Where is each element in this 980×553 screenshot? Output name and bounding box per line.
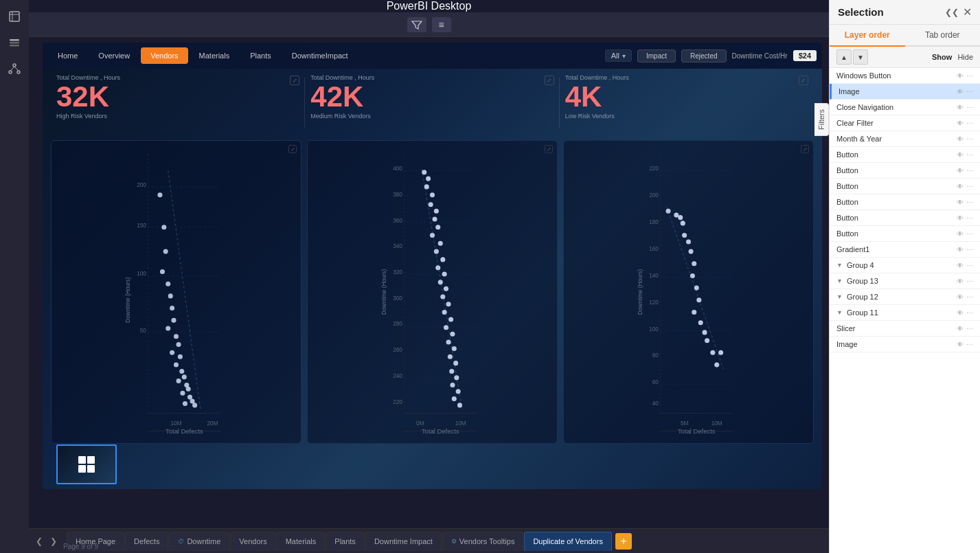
visibility-icon[interactable]: 👁	[957, 309, 964, 317]
layer-item-button-4[interactable]: Button 👁 ⋯	[830, 194, 980, 210]
group11-expand-icon[interactable]: ▼	[836, 309, 843, 316]
chart-expand-icon-2[interactable]: ⤢	[801, 145, 809, 153]
visibility-icon[interactable]: 👁	[957, 135, 964, 143]
more-icon[interactable]: ⋯	[966, 88, 973, 95]
layer-item-windows-button[interactable]: Windows Button 👁 ⋯	[830, 68, 980, 84]
group4-expand-icon[interactable]: ▼	[836, 262, 843, 269]
filter-rejected-btn[interactable]: Rejected	[681, 49, 726, 63]
layer-item-group11[interactable]: ▼ Group 11 👁 ⋯	[830, 305, 980, 321]
page-tab-vendors-tooltips[interactable]: ⚙ Vendors Tooltips	[442, 532, 524, 551]
nav-home[interactable]: Home	[48, 47, 87, 64]
filters-tab[interactable]: Filters	[814, 103, 829, 136]
page-tab-defects[interactable]: Defects	[125, 532, 168, 551]
more-icon[interactable]: ⋯	[966, 72, 973, 80]
more-icon[interactable]: ⋯	[966, 151, 973, 159]
report-view-icon[interactable]	[3, 5, 25, 27]
filter-toolbar-icon[interactable]	[407, 17, 426, 32]
layer-item-group13[interactable]: ▼ Group 13 👁 ⋯	[830, 273, 980, 289]
chart-expand-icon-1[interactable]: ⤢	[545, 145, 553, 153]
more-icon[interactable]: ⋯	[966, 278, 973, 285]
visibility-icon[interactable]: 👁	[957, 246, 964, 253]
visibility-icon[interactable]: 👁	[957, 88, 964, 95]
page-tab-vendors[interactable]: Vendors	[230, 532, 275, 551]
filter-dropdown[interactable]: All ▾	[605, 49, 632, 62]
more-icon[interactable]: ⋯	[966, 325, 973, 332]
visibility-icon[interactable]: 👁	[957, 104, 964, 111]
more-icon[interactable]: ⋯	[966, 120, 973, 127]
hide-all-button[interactable]: Hide	[957, 53, 973, 61]
nav-overview[interactable]: Overview	[89, 47, 139, 64]
layer-item-month-year[interactable]: Month & Year 👁 ⋯	[830, 131, 980, 147]
tab-layer-order[interactable]: Layer order	[830, 25, 905, 47]
more-icon[interactable]: ⋯	[966, 309, 973, 317]
model-view-icon[interactable]	[3, 58, 25, 80]
panel-collapse-icon[interactable]: ❮❮	[945, 8, 959, 17]
chart-expand-icon-0[interactable]: ⤢	[288, 145, 297, 153]
more-icon[interactable]: ⋯	[966, 167, 973, 174]
more-icon[interactable]: ⋯	[966, 230, 973, 238]
layer-item-image-selected[interactable]: Image 👁 ⋯	[830, 84, 980, 100]
metric-expand-icon-2[interactable]: ⤢	[799, 76, 808, 85]
more-icon[interactable]: ⋯	[966, 341, 973, 348]
layer-item-button-3[interactable]: Button 👁 ⋯	[830, 179, 980, 194]
page-tab-plants[interactable]: Plants	[326, 532, 365, 551]
layer-item-group12[interactable]: ▼ Group 12 👁 ⋯	[830, 289, 980, 305]
visibility-icon[interactable]: 👁	[957, 230, 964, 238]
visibility-icon[interactable]: 👁	[957, 72, 964, 80]
nav-vendors[interactable]: Vendors	[141, 47, 187, 64]
layer-item-button-1[interactable]: Button 👁 ⋯	[830, 147, 980, 163]
more-icon[interactable]: ⋯	[966, 246, 973, 253]
more-icon[interactable]: ⋯	[966, 183, 973, 190]
visibility-icon[interactable]: 👁	[957, 167, 964, 174]
visibility-icon[interactable]: 👁	[957, 199, 964, 206]
more-icon[interactable]: ⋯	[966, 135, 973, 143]
layer-item-clear-filter[interactable]: Clear Filter 👁 ⋯	[830, 115, 980, 131]
visibility-icon[interactable]: 👁	[957, 214, 964, 222]
thumbnail-container[interactable]	[56, 444, 118, 486]
group12-expand-icon[interactable]: ▼	[836, 293, 843, 300]
layer-item-button-6[interactable]: Button 👁 ⋯	[830, 226, 980, 242]
visibility-icon[interactable]: 👁	[957, 278, 964, 285]
visibility-icon[interactable]: 👁	[957, 151, 964, 159]
layer-item-button-2[interactable]: Button 👁 ⋯	[830, 163, 980, 179]
layer-item-button-5[interactable]: Button 👁 ⋯	[830, 210, 980, 226]
nav-plants[interactable]: Plants	[240, 47, 281, 64]
more-icon[interactable]: ⋯	[966, 199, 973, 206]
layer-move-up-button[interactable]: ▲	[836, 49, 852, 65]
visibility-icon[interactable]: 👁	[957, 341, 964, 348]
metric-expand-icon[interactable]: ⤢	[290, 76, 299, 85]
nav-downtime-impact[interactable]: DowntimeImpact	[282, 47, 358, 64]
page-next-btn[interactable]: ❯	[47, 535, 60, 548]
visibility-icon[interactable]: 👁	[957, 262, 964, 269]
add-page-button[interactable]: +	[615, 533, 632, 550]
page-thumbnail[interactable]	[56, 444, 117, 484]
layer-item-close-navigation[interactable]: Close Navigation 👁 ⋯	[830, 100, 980, 115]
more-icon[interactable]: ⋯	[966, 293, 973, 301]
show-all-button[interactable]: Show	[932, 53, 952, 61]
tab-tab-order[interactable]: Tab order	[905, 25, 981, 47]
more-icon[interactable]: ⋯	[966, 104, 973, 111]
page-tab-materials[interactable]: Materials	[277, 532, 326, 551]
metric-expand-icon-1[interactable]: ⤢	[545, 76, 554, 85]
visibility-icon[interactable]: 👁	[957, 293, 964, 301]
data-view-icon[interactable]	[3, 32, 25, 54]
page-tab-downtime-impact[interactable]: Downtime Impact	[365, 532, 442, 551]
layer-item-image-bottom[interactable]: Image 👁 ⋯	[830, 337, 980, 352]
menu-toolbar-icon[interactable]: ≡	[432, 17, 451, 32]
more-icon[interactable]: ⋯	[966, 262, 973, 269]
group13-expand-icon[interactable]: ▼	[836, 278, 843, 284]
layer-move-down-button[interactable]: ▼	[853, 49, 868, 65]
visibility-icon[interactable]: 👁	[957, 120, 964, 127]
layer-item-slicer[interactable]: Slicer 👁 ⋯	[830, 321, 980, 337]
layer-item-gradient1[interactable]: Gradient1 👁 ⋯	[830, 242, 980, 258]
visibility-icon[interactable]: 👁	[957, 325, 964, 332]
panel-close-button[interactable]: ✕	[963, 5, 972, 19]
more-icon[interactable]: ⋯	[966, 214, 973, 222]
layer-item-group4[interactable]: ▼ Group 4 👁 ⋯	[830, 258, 980, 273]
visibility-icon[interactable]: 👁	[957, 183, 964, 190]
page-tab-downtime[interactable]: ⏱ Downtime	[169, 532, 229, 551]
filter-impact-btn[interactable]: Impact	[637, 49, 676, 63]
page-tab-duplicate-vendors[interactable]: Duplicate of Vendors	[524, 532, 612, 551]
page-prev-btn[interactable]: ❮	[33, 535, 45, 548]
nav-materials[interactable]: Materials	[190, 47, 240, 64]
